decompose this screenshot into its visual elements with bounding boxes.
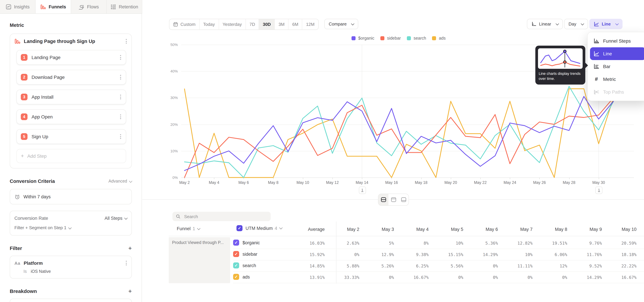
compare-button[interactable]: Compare <box>324 19 358 29</box>
funnel-step-2[interactable]: 2Download Page <box>16 70 126 84</box>
column-header-may-6[interactable]: May 6 <box>464 227 498 232</box>
filter-segment-dropdown[interactable]: Filter + Segment on Step 1 <box>14 225 71 230</box>
table-cell: 16.67% <box>603 275 636 280</box>
legend-item-organic[interactable]: $organic <box>352 36 374 40</box>
table-cell: 6.25% <box>395 264 429 268</box>
range-7d[interactable]: 7D <box>246 19 259 30</box>
range-3m[interactable]: 3M <box>275 19 289 30</box>
tab-insights[interactable]: Insights <box>0 0 36 14</box>
series-checkbox[interactable]: ✓ <box>233 274 239 280</box>
query-builder-sidebar: Metric Landing Page through Sign Up 1Lan… <box>0 14 142 302</box>
funnel-title-row[interactable]: Landing Page through Sign Up <box>14 38 128 44</box>
range-12m[interactable]: 12M <box>302 19 318 30</box>
column-header-may-2[interactable]: May 2 <box>326 227 360 232</box>
conversion-window-label: Within 7 days <box>24 194 51 199</box>
step-label: App Install <box>32 94 120 100</box>
tab-retention[interactable]: Retention <box>107 0 142 14</box>
column-header-may-3[interactable]: May 3 <box>360 227 394 232</box>
filter-property-name[interactable]: Platform <box>24 260 125 266</box>
menu-item-line[interactable]: Line <box>590 47 644 60</box>
series-checkbox[interactable]: ✓ <box>233 240 239 246</box>
table-cell: 22.22% <box>603 264 636 268</box>
funnel-step-3[interactable]: 3App Install <box>16 90 126 104</box>
filter-kebab-menu[interactable] <box>125 260 128 266</box>
menu-item-label: Metric <box>603 76 616 82</box>
conversion-criteria-heading: Conversion Criteria <box>10 178 55 184</box>
menu-item-bar[interactable]: Bar <box>590 60 644 73</box>
range-yesterday[interactable]: Yesterday <box>219 19 246 30</box>
conversion-window-card[interactable]: Within 7 days <box>10 189 132 204</box>
range-30d[interactable]: 30D <box>259 19 275 30</box>
column-header-may-5[interactable]: May 5 <box>430 227 463 232</box>
series-name: sidebar <box>242 252 258 256</box>
annotation-marker[interactable]: 1 <box>596 186 602 194</box>
step-label: Download Page <box>32 74 120 80</box>
interval-dropdown[interactable]: Day <box>564 19 588 29</box>
breakdown-column-header[interactable]: ✓ UTM Medium 4 <box>236 225 282 231</box>
series-checkbox[interactable]: ✓ <box>233 251 239 257</box>
series-line-ads[interactable] <box>184 89 614 178</box>
add-step-button[interactable]: + Add Step <box>16 149 126 163</box>
table-row-name-ads[interactable]: ✓ads <box>233 274 250 280</box>
table-group-cell[interactable]: Product Viewed through P... <box>169 237 230 283</box>
table-cell: 0% <box>499 275 533 280</box>
filter-value[interactable]: iOS Native <box>31 269 51 274</box>
chart-type-label: Line <box>602 22 611 26</box>
funnel-kebab-menu[interactable] <box>125 38 128 44</box>
legend-item-sidebar[interactable]: sidebar <box>380 36 401 40</box>
menu-item-metric[interactable]: #Metric <box>590 73 644 86</box>
funnel-step-4[interactable]: 4App Open <box>16 110 126 124</box>
column-header-may-8[interactable]: May 8 <box>534 227 567 232</box>
row-divider <box>233 260 644 260</box>
column-header-average[interactable]: Average <box>291 227 325 232</box>
column-header-may-7[interactable]: May 7 <box>499 227 533 232</box>
step-kebab-menu[interactable] <box>120 134 122 140</box>
conversion-rate-steps-dropdown[interactable]: All Steps <box>104 216 127 221</box>
table-search[interactable] <box>172 212 271 221</box>
step-kebab-menu[interactable] <box>120 114 122 120</box>
layout-split-button[interactable] <box>378 194 388 205</box>
funnel-column-header[interactable]: Funnel 1 <box>177 226 200 231</box>
table-row-name-search[interactable]: ✓search <box>233 262 256 268</box>
filter-card: Aa Platform Is iOS Native <box>10 256 132 278</box>
tab-flows[interactable]: Flows <box>71 0 107 14</box>
filter-operator[interactable]: Is <box>24 269 27 274</box>
tooltip-mini-chart <box>538 48 582 69</box>
legend-item-ads[interactable]: ads <box>432 36 446 40</box>
table-cell: 5.88% <box>326 264 360 268</box>
add-breakdown-button[interactable]: + <box>128 289 132 294</box>
column-header-may-9[interactable]: May 9 <box>568 227 602 232</box>
scale-dropdown[interactable]: Linear <box>527 19 563 29</box>
funnel-step-1[interactable]: 1Landing Page <box>16 50 126 65</box>
range-today[interactable]: Today <box>200 19 219 30</box>
step-kebab-menu[interactable] <box>120 54 122 60</box>
advanced-dropdown[interactable]: Advanced <box>108 179 132 184</box>
legend-item-search[interactable]: search <box>407 36 426 40</box>
table-row-name-sidebar[interactable]: ✓sidebar <box>233 251 258 257</box>
step-kebab-menu[interactable] <box>120 94 122 100</box>
scale-label: Linear <box>539 22 551 26</box>
x-axis-label: May 6 <box>232 180 256 184</box>
layout-chart-button[interactable] <box>388 194 398 205</box>
range-custom[interactable]: Custom <box>170 19 200 30</box>
menu-item-funnel-steps[interactable]: Funnel Steps <box>590 34 644 47</box>
search-input[interactable] <box>184 214 267 219</box>
legend-label: ads <box>439 36 446 40</box>
annotation-marker[interactable]: 1 <box>359 186 366 194</box>
layout-table-button[interactable] <box>398 194 408 205</box>
column-header-may-10[interactable]: May 10 <box>603 227 636 232</box>
range-6m[interactable]: 6M <box>289 19 302 30</box>
top-paths-icon <box>593 89 600 95</box>
table-cell: 5% <box>360 240 394 246</box>
series-checkbox[interactable]: ✓ <box>233 262 239 268</box>
add-filter-button[interactable]: + <box>128 246 132 250</box>
funnel-step-5[interactable]: 5Sign Up <box>16 129 126 144</box>
insights-icon <box>6 4 11 10</box>
breakdown-checkbox[interactable]: ✓ <box>236 225 242 231</box>
chart-type-dropdown[interactable]: Line <box>589 19 622 29</box>
table-row-name-organic[interactable]: ✓$organic <box>233 240 260 246</box>
tab-funnels[interactable]: Funnels <box>36 0 71 14</box>
series-line-organic[interactable] <box>184 96 614 171</box>
column-header-may-4[interactable]: May 4 <box>395 227 429 232</box>
step-kebab-menu[interactable] <box>120 74 122 80</box>
